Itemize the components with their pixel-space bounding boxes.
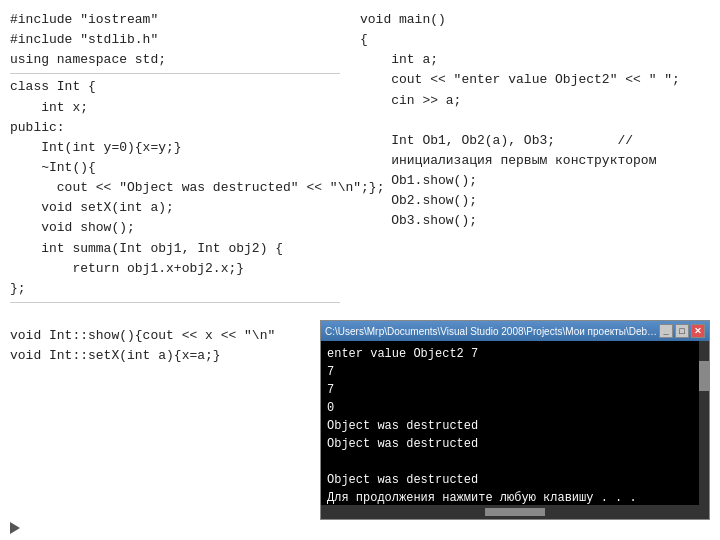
code-line: }; — [10, 279, 340, 299]
code-line: return obj1.x+obj2.x;} — [10, 259, 340, 279]
code-line: using namespace std; — [10, 50, 340, 70]
code-line: void Int::setX(int a){x=a;} — [10, 346, 340, 366]
terminal-line: Object was destructed — [327, 417, 693, 435]
play-arrow-icon[interactable] — [10, 522, 20, 534]
terminal-line: Object was destructed — [327, 435, 693, 453]
code-line: void Int::show(){cout << x << "\n" — [10, 326, 340, 346]
code-line: cout << "Object was destructed" << "\n";… — [10, 178, 340, 198]
terminal-line — [327, 453, 693, 471]
terminal-window-buttons: _ □ ✕ — [659, 324, 705, 338]
code-line: void main() — [360, 10, 690, 30]
terminal-bottom-bar — [321, 505, 709, 519]
minimize-button[interactable]: _ — [659, 324, 673, 338]
left-code-column: #include "iostream" #include "stdlib.h" … — [10, 10, 350, 530]
code-line: Ob1.show(); — [360, 171, 690, 191]
code-line: int summa(Int obj1, Int obj2) { — [10, 239, 340, 259]
code-line: void show(); — [10, 218, 340, 238]
terminal-titlebar: C:\Users\Мгр\Documents\Visual Studio 200… — [321, 321, 709, 341]
terminal-line: Для продолжения нажмите любую клавишу . … — [327, 489, 693, 505]
code-line: int x; — [10, 98, 340, 118]
code-line: class Int { — [10, 77, 340, 97]
code-area: #include "iostream" #include "stdlib.h" … — [0, 0, 720, 540]
code-line: Int Ob1, Ob2(a), Ob3; // — [360, 131, 690, 151]
scrollbar-thumb[interactable] — [699, 361, 709, 391]
terminal-title: C:\Users\Мгр\Documents\Visual Studio 200… — [325, 326, 659, 337]
separator — [10, 73, 340, 74]
code-line: cin >> a; — [360, 91, 690, 111]
code-line: ~Int(){ — [10, 158, 340, 178]
terminal-line: 7 — [327, 363, 693, 381]
horizontal-scrollbar-thumb[interactable] — [485, 508, 545, 516]
slide-container: #include "iostream" #include "stdlib.h" … — [0, 0, 720, 540]
terminal-line: enter value Object2 7 — [327, 345, 693, 363]
terminal-line: Object was destructed — [327, 471, 693, 489]
code-line: Ob2.show(); — [360, 191, 690, 211]
maximize-button[interactable]: □ — [675, 324, 689, 338]
terminal-window[interactable]: C:\Users\Мгр\Documents\Visual Studio 200… — [320, 320, 710, 520]
code-line: { — [360, 30, 690, 50]
code-line: Int(int y=0){x=y;} — [10, 138, 340, 158]
code-line: #include "stdlib.h" — [10, 30, 340, 50]
terminal-line: 7 — [327, 381, 693, 399]
close-button[interactable]: ✕ — [691, 324, 705, 338]
code-line — [360, 111, 690, 131]
code-line: #include "iostream" — [10, 10, 340, 30]
code-line: cout << "enter value Object2" << " "; — [360, 70, 690, 90]
code-line — [10, 306, 340, 326]
code-line: void setX(int a); — [10, 198, 340, 218]
terminal-scrollbar[interactable] — [699, 341, 709, 505]
terminal-line: 0 — [327, 399, 693, 417]
code-line: int a; — [360, 50, 690, 70]
code-line: Ob3.show(); — [360, 211, 690, 231]
code-line: инициализация первым конструктором — [360, 151, 690, 171]
terminal-content: enter value Object2 7 7 7 0 Object was d… — [321, 341, 699, 505]
code-line: public: — [10, 118, 340, 138]
separator — [10, 302, 340, 303]
